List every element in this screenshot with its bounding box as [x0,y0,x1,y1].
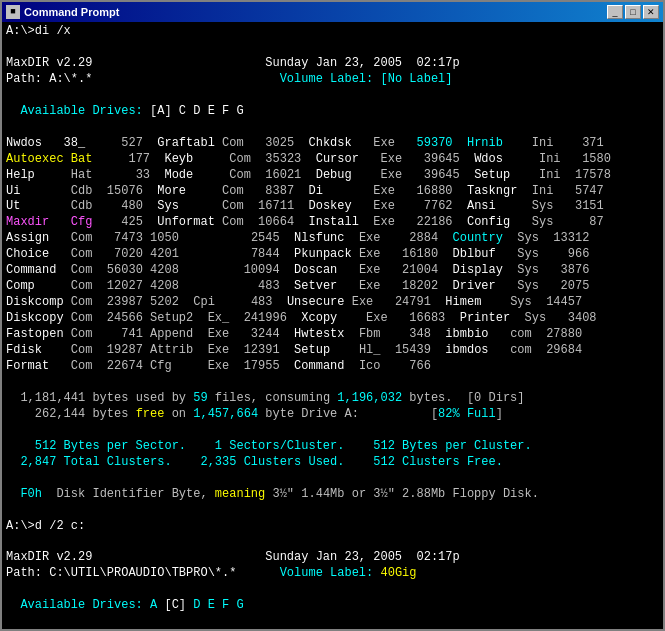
terminal-content[interactable]: A:\>di /x MaxDIR v2.29 Sunday Jan 23, 20… [2,22,663,629]
drives-line-1: Available Drives: [A] C D E F G [6,104,659,120]
blank9 [6,582,659,598]
file-5: Ut Cdb 480 Sys Com 16711 Doskey Exe 7762… [6,199,659,215]
file-1: Nwdos 38_ 527 Graftabl Com 3025 Chkdsk E… [6,136,659,152]
blank10 [6,614,659,629]
close-button[interactable]: ✕ [643,5,659,19]
disk-id: F0h Disk Identifier Byte, meaning 3½" 1.… [6,487,659,503]
file-11: Diskcomp Com 23987 5202 Cpi 483 Unsecure… [6,295,659,311]
file-12: Diskcopy Com 24566 Setup2 Ex_ 241996 Xco… [6,311,659,327]
blank1 [6,40,659,56]
file-2: Autoexec Bat 177 Keyb Com 35323 Cursor E… [6,152,659,168]
cluster-info: 2,847 Total Clusters. 2,335 Clusters Use… [6,455,659,471]
file-8: Choice Com 7020 4201 7844 Pkunpack Exe 1… [6,247,659,263]
file-4: Ui Cdb 15076 More Com 8387 Di Exe 16880 … [6,184,659,200]
title-buttons: _ □ ✕ [607,5,659,19]
file-7: Assign Com 7473 1050 2545 Nlsfunc Exe 28… [6,231,659,247]
file-10: Comp Com 12027 4208 483 Setver Exe 18202… [6,279,659,295]
maximize-button[interactable]: □ [625,5,641,19]
title-bar-left: ■ Command Prompt [6,5,119,19]
file-14: Fdisk Com 19287 Attrib Exe 12391 Setup H… [6,343,659,359]
prompt-line-1: A:\>di /x [6,24,659,40]
stats1-1: 1,181,441 bytes used by 59 files, consum… [6,391,659,407]
maxdir-header-1: MaxDIR v2.29 Sunday Jan 23, 2005 02:17p [6,56,659,72]
path-line-2: Path: C:\UTIL\PROAUDIO\TBPRO\*.* Volume … [6,566,659,582]
window: ■ Command Prompt _ □ ✕ A:\>di /x MaxDIR … [0,0,665,631]
minimize-button[interactable]: _ [607,5,623,19]
file-15: Format Com 22674 Cfg Exe 17955 Command I… [6,359,659,375]
stats1-2: 262,144 bytes free on 1,457,664 byte Dri… [6,407,659,423]
file-6: Maxdir Cfg 425 Unformat Com 10664 Instal… [6,215,659,231]
file-3: Help Hat 33 Mode Com 16021 Debug Exe 396… [6,168,659,184]
sector-info: 512 Bytes per Sector. 1 Sectors/Cluster.… [6,439,659,455]
path-line-1: Path: A:\*.* Volume Label: [No Label] [6,72,659,88]
file-9: Command Com 56030 4208 10094 Doscan Exe … [6,263,659,279]
blank2 [6,88,659,104]
blank3 [6,120,659,136]
prompt-line-2: A:\>d /2 c: [6,519,659,535]
maxdir-header-2: MaxDIR v2.29 Sunday Jan 23, 2005 02:17p [6,550,659,566]
title-bar: ■ Command Prompt _ □ ✕ [2,2,663,22]
window-icon: ■ [6,5,20,19]
file-13: Fastopen Com 741 Append Exe 3244 Hwtestx… [6,327,659,343]
window-title: Command Prompt [24,6,119,18]
blank8 [6,535,659,551]
blank5 [6,423,659,439]
blank7 [6,503,659,519]
blank6 [6,471,659,487]
blank4 [6,375,659,391]
drives-line-2: Available Drives: A [C] D E F G [6,598,659,614]
